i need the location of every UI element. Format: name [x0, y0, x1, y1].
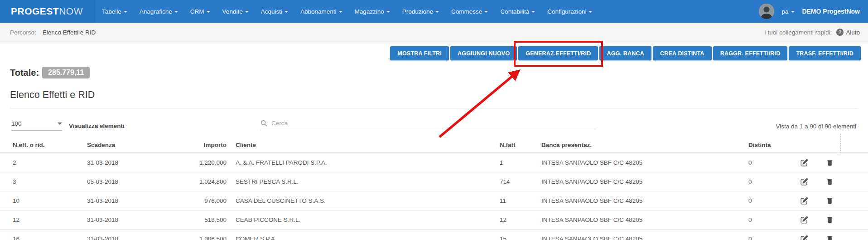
nav-menu-item-produzione[interactable]: Produzione — [402, 8, 439, 15]
table-row: 2 31-03-2018 1.220,000 A. & A. FRATELLI … — [0, 153, 868, 172]
app-logo[interactable]: PROGESTNOW — [0, 0, 96, 23]
cell-distinta: 0 — [748, 235, 795, 240]
agg-banca-button[interactable]: AGG. BANCA — [599, 46, 651, 60]
totals-label: Totale: — [10, 68, 39, 78]
nav-menu-item-magazzino[interactable]: Magazzino — [355, 8, 390, 15]
progestnow-app: PROGESTNOW Tabelle Anagrafiche CRM Vendi… — [0, 0, 868, 240]
action-toolbar: MOSTRA FILTRI AGGIUNGI NUOVO GENERAZ.EFF… — [390, 46, 861, 60]
table-row: 12 31-03-2018 518,500 CEAB PICCONE S.R.L… — [0, 211, 868, 230]
cell-banca: INTESA SANPAOLO SBF C/C 48205 — [541, 216, 748, 223]
nav-menu-item-configurazioni[interactable]: Configurazioni — [547, 8, 592, 15]
trasf-effetti-rid-button[interactable]: TRASF. EFFETTI/RID — [789, 46, 861, 60]
cell-cliente: CEAB PICCONE S.R.L. — [227, 216, 500, 223]
cell-n-fatt: 12 — [500, 216, 541, 223]
breadcrumb: Percorso: Elenco Effetti e RID — [10, 29, 96, 36]
delete-row-button[interactable] — [825, 234, 834, 240]
table-row: 3 05-03-2018 1.024,800 SESTRI PESCA S.R.… — [0, 172, 868, 191]
cell-distinta: 0 — [748, 159, 795, 166]
delete-row-button[interactable] — [825, 196, 834, 206]
edit-icon — [800, 197, 808, 205]
header-importo[interactable]: Importo — [159, 142, 227, 148]
help-link[interactable]: ? Aiuto — [836, 29, 860, 36]
cell-importo: 1.024,800 — [159, 178, 227, 185]
chevron-down-icon — [339, 11, 342, 13]
cell-banca: INTESA SANPAOLO SBF C/C 48205 — [541, 235, 748, 240]
chevron-down-icon — [588, 11, 592, 13]
crea-distinta-button[interactable]: CREA DISTINTA — [653, 46, 712, 60]
totals-row: Totale: 285.779,11 — [10, 67, 90, 78]
page-title: Elenco Effetti e RID — [10, 89, 95, 101]
cell-scadenza: 31-03-2018 — [87, 235, 159, 240]
main-menu: Tabelle Anagrafiche CRM Vendite Acquisti… — [102, 8, 592, 15]
chevron-down-icon — [791, 11, 795, 13]
logo-bold: PROGEST — [11, 6, 59, 16]
header-scadenza[interactable]: Scadenza — [87, 142, 159, 148]
quick-links-label: I tuoi collegamenti rapidi: — [764, 29, 832, 36]
navbar-right: pa DEMO ProgestNow — [759, 4, 868, 19]
edit-row-button[interactable] — [799, 177, 809, 187]
delete-row-button[interactable] — [825, 158, 834, 167]
cell-n-eff: 10 — [13, 197, 87, 204]
raggr-effetti-rid-button[interactable]: RAGGR. EFFETTI/RID — [713, 46, 788, 60]
cell-n-fatt: 15 — [500, 235, 541, 240]
quick-links-area: I tuoi collegamenti rapidi: ? Aiuto — [764, 29, 860, 36]
edit-row-button[interactable] — [799, 215, 809, 225]
aggiungi-nuovo-button[interactable]: AGGIUNGI NUOVO — [450, 46, 517, 60]
header-cliente[interactable]: Cliente — [227, 142, 500, 148]
cell-banca: INTESA SANPAOLO SBF C/C 48205 — [541, 178, 748, 185]
totals-value-badge: 285.779,11 — [42, 67, 90, 78]
breadcrumb-bar: Percorso: Elenco Effetti e RID I tuoi co… — [0, 23, 868, 42]
mostra-filtri-button[interactable]: MOSTRA FILTRI — [390, 46, 449, 60]
header-banca[interactable]: Banca presentaz. — [541, 142, 748, 148]
header-n-fatt[interactable]: N.fatt — [500, 142, 541, 148]
trash-icon — [826, 178, 834, 186]
chevron-down-icon — [245, 11, 249, 13]
page-size-select[interactable]: 100 — [11, 120, 62, 131]
nav-menu-item-tabelle[interactable]: Tabelle — [102, 8, 127, 15]
title-divider — [10, 108, 858, 108]
cell-scadenza: 31-03-2018 — [87, 197, 159, 204]
delete-row-button[interactable] — [825, 215, 834, 225]
breadcrumb-current[interactable]: Elenco Effetti e RID — [43, 29, 96, 36]
nav-menu-item-contabilità[interactable]: Contabilità — [500, 8, 535, 15]
account-label: DEMO ProgestNow — [802, 8, 860, 15]
edit-row-button[interactable] — [799, 234, 809, 240]
cell-importo: 1.006,500 — [159, 235, 227, 240]
nav-menu-item-vendite[interactable]: Vendite — [222, 8, 249, 15]
nav-menu-item-anagrafiche[interactable]: Anagrafiche — [140, 8, 178, 15]
trash-icon — [826, 159, 834, 167]
results-info: Vista da 1 a 90 di 90 elementi — [776, 123, 856, 130]
header-n-eff[interactable]: N.eff. o rid. — [13, 142, 87, 148]
chevron-down-icon — [285, 11, 288, 13]
nav-menu-item-crm[interactable]: CRM — [190, 8, 210, 15]
edit-icon — [800, 159, 808, 167]
table-row: 16 31-03-2018 1.006,500 COMER S.P.A. 15 … — [0, 230, 868, 240]
table-row: 10 31-03-2018 976,000 CASA DEL CUSCINETT… — [0, 191, 868, 211]
page-size-value: 100 — [11, 120, 22, 127]
search-input[interactable] — [271, 120, 597, 127]
user-dropdown[interactable]: pa — [781, 8, 795, 15]
search-box — [260, 120, 597, 130]
cell-cliente: COMER S.P.A. — [227, 235, 500, 240]
avatar-silhouette-icon — [759, 4, 774, 19]
edit-icon — [800, 216, 808, 224]
cell-cliente: SESTRI PESCA S.R.L. — [227, 178, 500, 185]
cell-n-fatt: 714 — [500, 178, 541, 185]
help-label: Aiuto — [846, 29, 860, 36]
header-distinta[interactable]: Distinta — [748, 142, 795, 148]
table-body: 2 31-03-2018 1.220,000 A. & A. FRATELLI … — [0, 153, 868, 240]
cell-cliente: CASA DEL CUSCINETTO S.A.S. — [227, 197, 500, 204]
edit-row-button[interactable] — [799, 196, 809, 206]
generaz-effetti-rid-button[interactable]: GENERAZ.EFFETTI/RID — [518, 46, 598, 60]
edit-row-button[interactable] — [799, 158, 809, 168]
effetti-table: N.eff. o rid. Scadenza Importo Cliente N… — [0, 137, 868, 240]
nav-menu-item-acquisti[interactable]: Acquisti — [261, 8, 288, 15]
cell-distinta: 0 — [748, 197, 795, 204]
user-avatar[interactable] — [759, 4, 774, 19]
nav-menu-item-abbonamenti[interactable]: Abbonamenti — [300, 8, 342, 15]
delete-row-button[interactable] — [825, 177, 834, 186]
chevron-down-icon — [174, 11, 178, 13]
cell-distinta: 0 — [748, 216, 795, 223]
trash-icon — [826, 235, 834, 240]
nav-menu-item-commesse[interactable]: Commesse — [451, 8, 488, 15]
